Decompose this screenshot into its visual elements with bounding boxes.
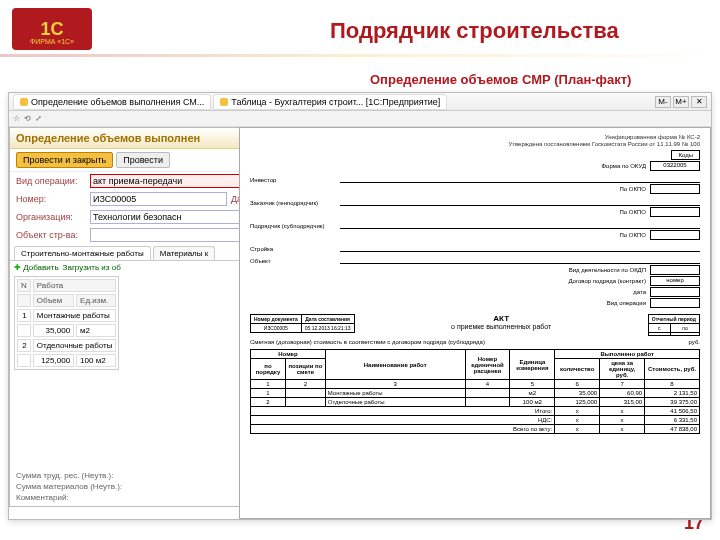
app-toolbar[interactable]: ☆ ⟲ ⤢: [9, 111, 711, 127]
window-tab-2[interactable]: Таблица - Бухгалтерия строит... [1С:Пред…: [213, 94, 447, 110]
logo-text: 1C: [40, 19, 63, 40]
org-input[interactable]: [90, 210, 242, 224]
doc-number-table: Номер документаДата составления ИЗС00005…: [250, 314, 355, 333]
contractor-label: Подрядчик (субподрядчик): [250, 223, 340, 229]
window-titlebar[interactable]: Определение объемов выполнения СМ... Таб…: [9, 93, 711, 111]
akt-title: АКТ: [365, 314, 638, 323]
mminus-button[interactable]: M-: [655, 96, 671, 108]
tab-label-2: Таблица - Бухгалтерия строит... [1С:Пред…: [231, 97, 440, 107]
table-row[interactable]: 35,000 м2: [17, 324, 116, 337]
table-row[interactable]: 1 Монтажные работы: [17, 309, 116, 322]
tab-icon: [20, 98, 28, 106]
col-vol: Объем: [33, 294, 74, 307]
col-n: N: [17, 279, 31, 292]
akt-subtitle: о приемке выполненных работ: [365, 323, 638, 330]
toolbar-icon[interactable]: ⟲: [24, 114, 31, 123]
okud-value: 0322005: [650, 161, 700, 171]
object-label: Объект стр-ва:: [16, 230, 86, 240]
object-line: [340, 256, 700, 264]
tab-materials[interactable]: Материалы к: [153, 246, 216, 260]
doc-op-type-cell: [650, 298, 700, 308]
estimate-note: Сметная (договорная) стоимость в соответ…: [250, 339, 485, 345]
customer-line: [340, 198, 700, 206]
slide-title: Подрядчик строительства: [330, 18, 619, 44]
contract-label: Договор подряда (контракт): [568, 278, 646, 284]
investor-line: [340, 175, 700, 183]
form-code-1: Унифицированная форма № КС-2: [250, 134, 700, 141]
op-type-label: Вид операции:: [16, 176, 86, 186]
table-row: 1Монтажные работым235,00060,902 131,50: [251, 389, 700, 398]
toolbar-icon[interactable]: ☆: [13, 114, 20, 123]
add-row-button[interactable]: Добавить: [14, 263, 59, 272]
print-preview: Унифицированная форма № КС-2 Утверждена …: [239, 127, 711, 519]
tab-smr[interactable]: Строительно-монтажные работы: [14, 246, 151, 260]
form-title: Определение объемов выполнен: [10, 128, 248, 149]
contract-date-cell: [650, 287, 700, 297]
mplus-button[interactable]: M+: [673, 96, 689, 108]
object-input[interactable]: [90, 228, 242, 242]
customer-label: Заказчик (генподрядчик): [250, 200, 340, 206]
slide-subtitle: Определение объемов СМР (План-факт): [370, 72, 631, 87]
logo-sub: ФИРМА «1С»: [30, 38, 74, 45]
logo: 1C ФИРМА «1С»: [12, 8, 92, 50]
close-button[interactable]: ✕: [691, 96, 707, 108]
contract-num: номер: [650, 276, 700, 286]
contractor-line: [340, 221, 700, 229]
org-label: Организация:: [16, 212, 86, 222]
okpo-label: По ОКПО: [620, 186, 646, 192]
rub-label: руб.: [689, 339, 700, 345]
op-type-input[interactable]: [90, 174, 242, 188]
tab-icon: [220, 98, 228, 106]
post-button[interactable]: Провести: [116, 152, 170, 168]
form-window: Определение объемов выполнен Провести и …: [9, 127, 249, 507]
doc-op-type-label: Вид операции: [607, 300, 646, 306]
table-row: 2Отделочные работы100 м2125,000315,0039 …: [251, 398, 700, 407]
object-label: Объект: [250, 258, 340, 264]
main-table: Номер Наименование работ Номер единичной…: [250, 349, 700, 434]
col-work: Работа: [33, 279, 117, 292]
table-row[interactable]: 125,000 100 м2: [17, 354, 116, 367]
okpo-label: По ОКПО: [620, 232, 646, 238]
site-label: Стройка: [250, 246, 340, 252]
okpo-cell: [650, 184, 700, 194]
codes-table: Коды: [671, 150, 700, 160]
comment-label: Комментарий:: [16, 493, 242, 502]
period-table: Отчетный период спо: [648, 314, 700, 336]
contract-date-label: дата: [633, 289, 646, 295]
materials-sum-label: Сумма материалов (Неутв.):: [16, 482, 242, 491]
okpo-cell: [650, 230, 700, 240]
labor-sum-label: Сумма труд. рес. (Неутв.):: [16, 471, 242, 480]
codes-header: Коды: [672, 151, 700, 160]
okdp-label: Вид деятельности по ОКДП: [569, 267, 646, 273]
app-window: Определение объемов выполнения СМ... Таб…: [8, 92, 712, 520]
col-unit: Ед.изм.: [76, 294, 116, 307]
investor-label: Инвестор: [250, 177, 340, 183]
load-button[interactable]: Загрузить из об: [63, 263, 121, 272]
table-row[interactable]: 2 Отделочные работы: [17, 339, 116, 352]
okdp-cell: [650, 265, 700, 275]
number-input[interactable]: [90, 192, 227, 206]
okud-label: Форма по ОКУД: [602, 163, 646, 169]
form-code-2: Утверждена постановлением Госкомстата Ро…: [250, 141, 700, 148]
works-grid[interactable]: N Работа Объем Ед.изм. 1 Монтажные работ…: [14, 276, 119, 370]
number-label: Номер:: [16, 194, 86, 204]
tab-label-1: Определение объемов выполнения СМ...: [31, 97, 204, 107]
okpo-cell: [650, 207, 700, 217]
okpo-label: По ОКПО: [620, 209, 646, 215]
window-tab-1[interactable]: Определение объемов выполнения СМ...: [13, 94, 211, 110]
toolbar-icon[interactable]: ⤢: [35, 114, 42, 123]
site-line: [340, 244, 700, 252]
divider: [0, 54, 720, 57]
post-close-button[interactable]: Провести и закрыть: [16, 152, 113, 168]
